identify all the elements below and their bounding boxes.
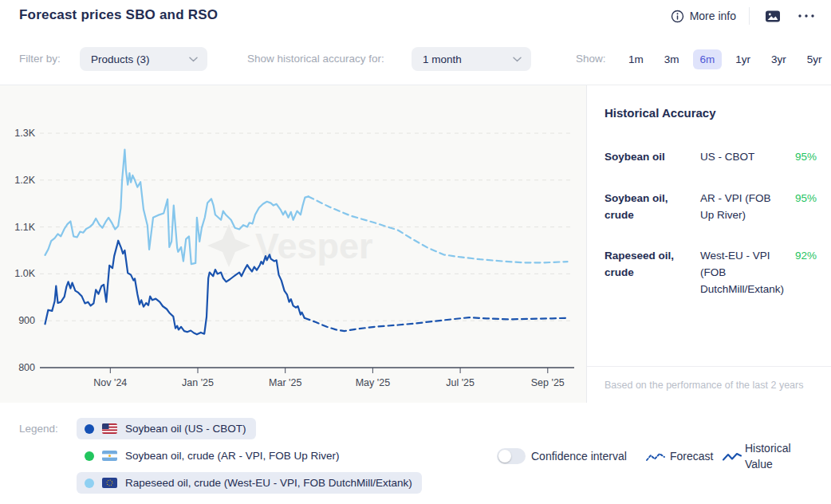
more-info-label: More info [690,10,736,22]
accuracy-value: 92% [786,248,817,298]
accuracy-product: Soybean oil, crude [605,191,700,224]
accuracy-venue: US - CBOT [700,149,786,166]
historical-value-label: Historical Value [745,440,801,473]
range-6m[interactable]: 6m [693,49,723,69]
toggle-knob [498,450,511,463]
forecast-line-icon [646,451,665,463]
header-divider [749,7,750,25]
header-actions: More info [671,6,817,26]
legend-item-label: Soybean oil, crude (AR - VPI, FOB Up Riv… [125,450,340,462]
ellipsis-icon [798,14,815,18]
range-1m[interactable]: 1m [621,49,651,69]
page-title: Forecast prices SBO and RSO [19,7,218,23]
accuracy-venue: West-EU - VPI (FOB DutchMill/Extank) [700,248,786,298]
svg-text:Jul '25: Jul '25 [446,377,475,388]
svg-text:Jan '25: Jan '25 [182,377,214,388]
range-selector: 1m 3m 6m 1yr 3yr 5yr [621,47,829,71]
more-options-button[interactable] [796,6,817,26]
info-icon [671,10,684,23]
legend-item-label: Rapeseed oil, crude (West-EU - VPI, FOB … [125,477,412,489]
more-info-button[interactable]: More info [671,10,736,23]
svg-text:1.1K: 1.1K [14,222,35,233]
series-color-dot [85,451,94,461]
legend-item-sbo-crude-ar[interactable]: Soybean oil, crude (AR - VPI, FOB Up Riv… [77,445,349,467]
range-1yr[interactable]: 1yr [728,49,758,69]
confidence-interval-label: Confidence interval [531,450,627,463]
eu-flag-icon [102,478,117,488]
accuracy-row: Soybean oil US - CBOT 95% [605,149,817,166]
filter-by-label: Filter by: [19,53,61,65]
legend-label: Legend: [19,423,58,435]
accuracy-product: Rapeseed oil, crude [605,248,700,298]
price-chart[interactable]: Vesper8009001.0K1.1K1.2K1.3KNov '24Jan '… [0,85,586,403]
legend-bar: Legend: Soybean oil (US - CBOT) Soybean … [0,403,831,504]
svg-text:1.2K: 1.2K [14,175,35,186]
chart-svg: Vesper8009001.0K1.1K1.2K1.3KNov '24Jan '… [0,85,586,403]
show-label: Show: [576,53,606,65]
svg-text:1.0K: 1.0K [14,268,35,279]
svg-text:Sep '25: Sep '25 [531,377,565,388]
chevron-down-icon [189,57,198,62]
accuracy-value: 95% [786,191,817,224]
accuracy-for-label: Show historical accuracy for: [247,53,384,65]
accuracy-value: 95% [786,149,817,166]
chevron-down-icon [513,57,522,62]
products-dropdown-value: Products (3) [91,53,150,65]
historical-line-icon [723,451,742,463]
legend-item-rso-crude-eu[interactable]: Rapeseed oil, crude (West-EU - VPI, FOB … [77,472,422,494]
series-color-dot [85,478,94,488]
us-flag-icon [102,423,117,434]
accuracy-footnote: Based on the performance of the last 2 y… [587,366,831,403]
image-icon [765,10,781,23]
accuracy-row: Soybean oil, crude AR - VPI (FOB Up Rive… [605,191,817,224]
forecast-label: Forecast [670,450,713,463]
svg-text:900: 900 [18,315,35,326]
series-color-dot [85,424,94,434]
argentina-flag-icon [102,451,117,461]
legend-item-label: Soybean oil (US - CBOT) [125,423,246,435]
export-image-button[interactable] [762,6,783,26]
products-dropdown[interactable]: Products (3) [80,47,207,71]
accuracy-row: Rapeseed oil, crude West-EU - VPI (FOB D… [605,248,817,298]
svg-text:Nov '24: Nov '24 [93,377,127,388]
confidence-interval-toggle[interactable] [497,448,526,464]
svg-text:Mar '25: Mar '25 [269,377,301,388]
range-3m[interactable]: 3m [657,49,687,69]
range-5yr[interactable]: 5yr [800,49,829,69]
svg-text:1.3K: 1.3K [14,128,35,139]
accuracy-product: Soybean oil [605,149,700,166]
range-3yr[interactable]: 3yr [764,49,794,69]
accuracy-period-value: 1 month [423,53,462,65]
legend-item-sbo-cbot[interactable]: Soybean oil (US - CBOT) [77,418,256,439]
header: Forecast prices SBO and RSO More info [0,0,831,32]
filter-bar: Filter by: Products (3) Show historical … [0,32,831,85]
legend-items: Soybean oil (US - CBOT) Soybean oil, cru… [77,418,422,494]
historical-accuracy-panel: Historical Accuracy Soybean oil US - CBO… [586,85,831,403]
accuracy-venue: AR - VPI (FOB Up River) [700,191,786,224]
panel-title: Historical Accuracy [605,106,716,120]
accuracy-period-dropdown[interactable]: 1 month [412,47,531,71]
svg-text:800: 800 [18,362,35,373]
svg-text:May '25: May '25 [356,377,390,388]
vesper-watermark: Vesper [207,224,373,267]
